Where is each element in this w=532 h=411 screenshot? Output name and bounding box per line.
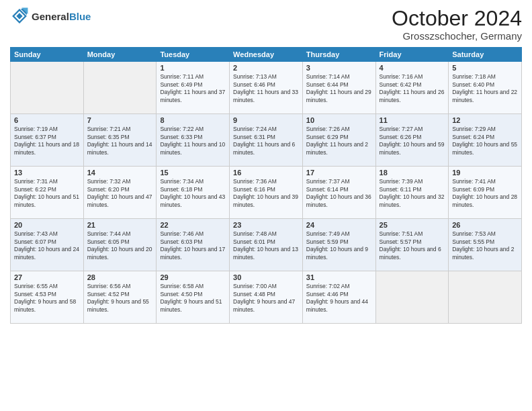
weekday-header-monday: Monday xyxy=(83,48,157,62)
cell-info: Sunrise: 7:18 AM Sunset: 6:40 PM Dayligh… xyxy=(452,73,518,104)
calendar-cell: 17Sunrise: 7:37 AM Sunset: 6:14 PM Dayli… xyxy=(302,167,375,219)
cell-info: Sunrise: 7:27 AM Sunset: 6:26 PM Dayligh… xyxy=(380,126,445,156)
calendar-cell: 4Sunrise: 7:16 AM Sunset: 6:42 PM Daylig… xyxy=(375,62,449,114)
calendar-cell xyxy=(83,62,157,114)
cell-info: Sunrise: 7:22 AM Sunset: 6:33 PM Dayligh… xyxy=(160,126,226,156)
calendar-cell: 5Sunrise: 7:18 AM Sunset: 6:40 PM Daylig… xyxy=(449,62,522,114)
day-number: 29 xyxy=(160,273,226,281)
calendar-cell: 8Sunrise: 7:22 AM Sunset: 6:33 PM Daylig… xyxy=(157,114,230,167)
cell-info: Sunrise: 7:46 AM Sunset: 6:03 PM Dayligh… xyxy=(160,230,226,261)
weekday-header-row: SundayMondayTuesdayWednesdayThursdayFrid… xyxy=(11,48,522,62)
cell-info: Sunrise: 6:55 AM Sunset: 4:53 PM Dayligh… xyxy=(14,283,80,314)
logo-blue: Blue xyxy=(69,11,91,22)
logo-icon xyxy=(10,7,29,26)
logo-general: General xyxy=(32,11,69,22)
day-number: 7 xyxy=(87,116,153,124)
cell-info: Sunrise: 6:58 AM Sunset: 4:50 PM Dayligh… xyxy=(160,283,226,314)
calendar-cell: 21Sunrise: 7:44 AM Sunset: 6:05 PM Dayli… xyxy=(83,219,157,271)
cell-info: Sunrise: 7:39 AM Sunset: 6:11 PM Dayligh… xyxy=(380,178,445,209)
weekday-header-friday: Friday xyxy=(375,48,449,62)
calendar-cell: 19Sunrise: 7:41 AM Sunset: 6:09 PM Dayli… xyxy=(449,167,522,219)
calendar-table: SundayMondayTuesdayWednesdayThursdayFrid… xyxy=(10,47,522,324)
cell-info: Sunrise: 7:43 AM Sunset: 6:07 PM Dayligh… xyxy=(14,230,80,261)
calendar-cell: 27Sunrise: 6:55 AM Sunset: 4:53 PM Dayli… xyxy=(11,271,84,324)
calendar-cell: 6Sunrise: 7:19 AM Sunset: 6:37 PM Daylig… xyxy=(11,114,84,167)
cell-info: Sunrise: 7:16 AM Sunset: 6:42 PM Dayligh… xyxy=(380,73,445,104)
calendar-cell xyxy=(449,271,522,324)
weekday-header-thursday: Thursday xyxy=(302,48,375,62)
day-number: 18 xyxy=(380,169,445,177)
calendar-cell: 22Sunrise: 7:46 AM Sunset: 6:03 PM Dayli… xyxy=(157,219,230,271)
cell-info: Sunrise: 7:41 AM Sunset: 6:09 PM Dayligh… xyxy=(452,178,518,209)
day-number: 15 xyxy=(160,169,226,177)
cell-info: Sunrise: 7:32 AM Sunset: 6:20 PM Dayligh… xyxy=(87,178,153,209)
calendar-cell: 12Sunrise: 7:29 AM Sunset: 6:24 PM Dayli… xyxy=(449,114,522,167)
weekday-header-sunday: Sunday xyxy=(11,48,84,62)
day-number: 2 xyxy=(233,64,299,72)
cell-info: Sunrise: 7:24 AM Sunset: 6:31 PM Dayligh… xyxy=(233,126,299,156)
cell-info: Sunrise: 7:36 AM Sunset: 6:16 PM Dayligh… xyxy=(233,178,299,209)
calendar-week-row: 6Sunrise: 7:19 AM Sunset: 6:37 PM Daylig… xyxy=(11,114,522,167)
day-number: 9 xyxy=(233,116,299,124)
calendar-cell: 31Sunrise: 7:02 AM Sunset: 4:46 PM Dayli… xyxy=(302,271,375,324)
day-number: 14 xyxy=(87,169,153,177)
day-number: 17 xyxy=(306,169,372,177)
calendar-cell: 2Sunrise: 7:13 AM Sunset: 6:46 PM Daylig… xyxy=(230,62,303,114)
calendar-cell: 1Sunrise: 7:11 AM Sunset: 6:49 PM Daylig… xyxy=(157,62,230,114)
cell-info: Sunrise: 7:48 AM Sunset: 6:01 PM Dayligh… xyxy=(233,230,299,261)
calendar-week-row: 20Sunrise: 7:43 AM Sunset: 6:07 PM Dayli… xyxy=(11,219,522,271)
calendar-cell: 9Sunrise: 7:24 AM Sunset: 6:31 PM Daylig… xyxy=(230,114,303,167)
cell-info: Sunrise: 7:14 AM Sunset: 6:44 PM Dayligh… xyxy=(306,73,372,104)
cell-info: Sunrise: 7:53 AM Sunset: 5:55 PM Dayligh… xyxy=(452,230,518,261)
calendar-week-row: 1Sunrise: 7:11 AM Sunset: 6:49 PM Daylig… xyxy=(11,62,522,114)
calendar-cell: 16Sunrise: 7:36 AM Sunset: 6:16 PM Dayli… xyxy=(230,167,303,219)
calendar-cell: 11Sunrise: 7:27 AM Sunset: 6:26 PM Dayli… xyxy=(375,114,449,167)
day-number: 6 xyxy=(14,116,80,124)
day-number: 25 xyxy=(380,221,445,229)
day-number: 27 xyxy=(14,273,80,281)
weekday-header-saturday: Saturday xyxy=(449,48,522,62)
day-number: 8 xyxy=(160,116,226,124)
day-number: 5 xyxy=(452,64,518,72)
calendar-cell: 3Sunrise: 7:14 AM Sunset: 6:44 PM Daylig… xyxy=(302,62,375,114)
day-number: 22 xyxy=(160,221,226,229)
calendar-cell: 18Sunrise: 7:39 AM Sunset: 6:11 PM Dayli… xyxy=(375,167,449,219)
day-number: 11 xyxy=(380,116,445,124)
day-number: 30 xyxy=(233,273,299,281)
day-number: 16 xyxy=(233,169,299,177)
cell-info: Sunrise: 7:02 AM Sunset: 4:46 PM Dayligh… xyxy=(306,283,372,314)
weekday-header-wednesday: Wednesday xyxy=(230,48,303,62)
cell-info: Sunrise: 7:26 AM Sunset: 6:29 PM Dayligh… xyxy=(306,126,372,156)
calendar-week-row: 13Sunrise: 7:31 AM Sunset: 6:22 PM Dayli… xyxy=(11,167,522,219)
cell-info: Sunrise: 7:13 AM Sunset: 6:46 PM Dayligh… xyxy=(233,73,299,104)
calendar-cell xyxy=(11,62,84,114)
weekday-header-tuesday: Tuesday xyxy=(157,48,230,62)
calendar-cell: 15Sunrise: 7:34 AM Sunset: 6:18 PM Dayli… xyxy=(157,167,230,219)
day-number: 10 xyxy=(306,116,372,124)
cell-info: Sunrise: 7:44 AM Sunset: 6:05 PM Dayligh… xyxy=(87,230,153,261)
month-title: October 2024 xyxy=(392,7,522,30)
location: Grosszschocher, Germany xyxy=(392,30,522,42)
cell-info: Sunrise: 7:19 AM Sunset: 6:37 PM Dayligh… xyxy=(14,126,80,156)
day-number: 24 xyxy=(306,221,372,229)
day-number: 19 xyxy=(452,169,518,177)
calendar-cell: 26Sunrise: 7:53 AM Sunset: 5:55 PM Dayli… xyxy=(449,219,522,271)
cell-info: Sunrise: 7:21 AM Sunset: 6:35 PM Dayligh… xyxy=(87,126,153,156)
cell-info: Sunrise: 7:31 AM Sunset: 6:22 PM Dayligh… xyxy=(14,178,80,209)
calendar-cell: 23Sunrise: 7:48 AM Sunset: 6:01 PM Dayli… xyxy=(230,219,303,271)
calendar-cell: 20Sunrise: 7:43 AM Sunset: 6:07 PM Dayli… xyxy=(11,219,84,271)
calendar-cell: 25Sunrise: 7:51 AM Sunset: 5:57 PM Dayli… xyxy=(375,219,449,271)
logo-text: General Blue xyxy=(32,11,91,22)
calendar-cell: 28Sunrise: 6:56 AM Sunset: 4:52 PM Dayli… xyxy=(83,271,157,324)
cell-info: Sunrise: 7:49 AM Sunset: 5:59 PM Dayligh… xyxy=(306,230,372,261)
cell-info: Sunrise: 7:11 AM Sunset: 6:49 PM Dayligh… xyxy=(160,73,226,104)
day-number: 4 xyxy=(380,64,445,72)
calendar-cell: 7Sunrise: 7:21 AM Sunset: 6:35 PM Daylig… xyxy=(83,114,157,167)
calendar-cell: 10Sunrise: 7:26 AM Sunset: 6:29 PM Dayli… xyxy=(302,114,375,167)
calendar-cell: 29Sunrise: 6:58 AM Sunset: 4:50 PM Dayli… xyxy=(157,271,230,324)
day-number: 13 xyxy=(14,169,80,177)
logo: General Blue xyxy=(10,7,91,26)
calendar-cell: 24Sunrise: 7:49 AM Sunset: 5:59 PM Dayli… xyxy=(302,219,375,271)
day-number: 21 xyxy=(87,221,153,229)
day-number: 26 xyxy=(452,221,518,229)
